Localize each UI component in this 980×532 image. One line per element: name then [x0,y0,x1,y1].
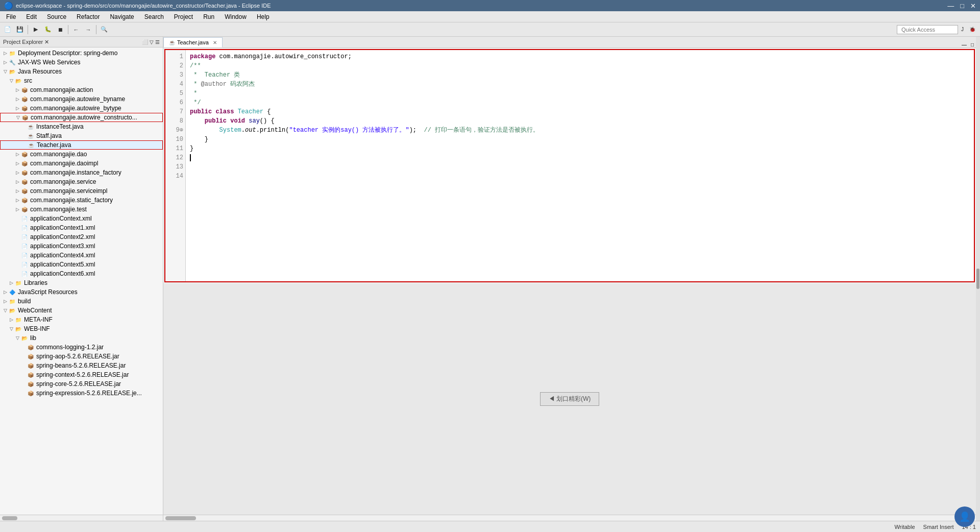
tree-item-com-action[interactable]: ▷ 📦 com.manongajie.action [0,85,163,94]
src-icon: 📂 [14,77,22,85]
line-numbers: 1 2 3 4 5 6 7 8 9⊕ 10 11 12 13 14 [165,50,186,281]
close-button[interactable]: ✕ [970,2,976,10]
menu-navigate[interactable]: Navigate [106,12,138,21]
tree-item-appctx4[interactable]: 📄 applicationContext4.xml [0,251,163,260]
code-line-2: /** [190,61,970,70]
tree-item-build[interactable]: ▷ 📁 build [0,297,163,306]
tree-item-com-test[interactable]: ▷ 📦 com.manongajie.test [0,205,163,214]
tree-item-web-inf[interactable]: ▽ 📂 WEB-INF [0,324,163,333]
right-scrollbar[interactable] [976,37,980,521]
folder-icon: 📁 [8,49,16,57]
toolbar-save[interactable]: 💾 [14,24,26,35]
horizontal-scrollbar[interactable] [163,515,976,521]
xml-icon: 📄 [20,224,29,232]
menu-project[interactable]: Project [170,12,197,21]
statusbar: Writable Smart Insert 14 : 1 [0,521,980,532]
toolbar-new[interactable]: 📄 [2,24,13,35]
tab-teacher-java[interactable]: ☕ Teacher.java ✕ [163,37,223,47]
package-icon: 📦 [20,104,29,112]
tree-item-appctx1[interactable]: 📄 applicationContext1.xml [0,223,163,232]
line-num-4: 4 [167,80,183,89]
toolbar-run[interactable]: ▶ [30,24,41,35]
tree-item-com-instance-factory[interactable]: ▷ 📦 com.manongajie.instance_factory [0,168,163,177]
editor-maximize-icon[interactable]: □ [969,42,976,47]
line-num-8: 8 [167,116,183,126]
tree-item-appctx3[interactable]: 📄 applicationContext3.xml [0,241,163,251]
sidebar-horizontal-scrollbar[interactable] [0,515,163,521]
user-avatar[interactable]: 👤 [954,506,975,527]
folder-icon: 📂 [20,334,29,342]
tree-item-src[interactable]: ▽ 📂 src [0,76,163,85]
tree-label: applicationContext6.xml [30,270,95,277]
menu-window[interactable]: Window [220,12,251,21]
menu-source[interactable]: Source [43,12,70,21]
tree-item-deployment[interactable]: ▷ 📁 Deployment Descriptor: spring-demo [0,49,163,58]
package-icon: 📦 [20,159,29,167]
status-writable: Writable [894,524,915,530]
tree-item-com-service[interactable]: ▷ 📦 com.manongajie.service [0,177,163,186]
tree-item-appctx[interactable]: 📄 applicationContext.xml [0,214,163,223]
quick-access-input[interactable] [897,25,958,34]
maximize-button[interactable]: □ [960,2,964,10]
code-content[interactable]: package com.manongajie.autowire_construc… [186,50,974,281]
tree-item-context[interactable]: 📦 spring-context-5.2.6.RELEASE.jar [0,370,163,379]
tree-label: Libraries [24,279,47,286]
tree-item-com-autowire-bytype[interactable]: ▷ 📦 com.manongajie.autowire_bytype [0,104,163,113]
toolbar-back[interactable]: ← [70,24,82,35]
toolbar-perspective-java[interactable]: J [959,24,966,35]
minimize-button[interactable]: — [947,2,954,10]
tree-label: JavaScript Resources [18,288,78,296]
tree-item-core[interactable]: 📦 spring-core-5.2.6.RELEASE.jar [0,379,163,389]
menu-help[interactable]: Help [253,12,274,21]
toolbar-perspective-dbg[interactable]: 🐞 [967,24,978,35]
tree-item-js-resources[interactable]: ▷ 🔷 JavaScript Resources [0,287,163,297]
tree-item-meta-inf[interactable]: ▷ 📁 META-INF [0,315,163,324]
tree-label: InstanceTest.java [36,123,84,130]
tree-item-libraries[interactable]: ▷ 📁 Libraries [0,278,163,287]
tree-item-com-autowire-constructor[interactable]: ▽ 📦 com.manongajie.autowire_constructo..… [0,113,163,122]
menu-run[interactable]: Run [199,12,218,21]
tree-label: spring-expression-5.2.6.RELEASE.je... [36,390,142,397]
editor-minimize-icon[interactable]: — [960,42,969,47]
toolbar-forward[interactable]: → [83,24,94,35]
tree-item-expression[interactable]: 📦 spring-expression-5.2.6.RELEASE.je... [0,389,163,398]
code-editor[interactable]: 1 2 3 4 5 6 7 8 9⊕ 10 11 12 13 14 packag… [164,49,975,282]
project-explorer: Project Explorer ✕ ⬜ ▽ ☰ ▷ 📁 Deployment … [0,37,163,521]
tree-item-com-dao[interactable]: ▷ 📦 com.manongajie.dao [0,150,163,159]
tree-item-com-static-factory[interactable]: ▷ 📦 com.manongajie.static_factory [0,196,163,205]
menu-refactor[interactable]: Refactor [72,12,104,21]
tree-item-com-autowire-byname[interactable]: ▷ 📦 com.manongajie.autowire_byname [0,94,163,104]
toolbar-search[interactable]: 🔍 [99,24,110,35]
empty-area-button[interactable]: ◀ 划口精彩(W) [540,392,600,406]
tree-item-com-daoimpl[interactable]: ▷ 📦 com.manongajie.daoimpl [0,159,163,168]
tree-item-jaxws[interactable]: ▷ 🔧 JAX-WS Web Services [0,58,163,67]
tree-item-appctx6[interactable]: 📄 applicationContext6.xml [0,269,163,278]
tree-item-commons[interactable]: 📦 commons-logging-1.2.jar [0,343,163,352]
tree-item-java-resources[interactable]: ▽ 📂 Java Resources [0,67,163,76]
tab-close[interactable]: ✕ [213,40,217,45]
tree-item-com-serviceimpl[interactable]: ▷ 📦 com.manongajie.serviceimpl [0,186,163,196]
scrollbar-thumb [976,269,979,289]
toolbar-stop[interactable]: ⏹ [55,24,66,35]
toolbar-debug[interactable]: 🐛 [42,24,54,35]
tree-item-staff[interactable]: ☕ Staff.java [0,131,163,140]
tree-item-aop[interactable]: 📦 spring-aop-5.2.6.RELEASE.jar [0,352,163,361]
arrow-icon: ▷ [2,299,8,304]
code-line-11: } [190,135,970,144]
tree-item-instancetest[interactable]: ☕ InstanceTest.java [0,122,163,131]
package-icon: 📦 [20,95,29,103]
tree-item-lib[interactable]: ▽ 📂 lib [0,333,163,343]
code-line-5: * [190,89,970,98]
tree-item-webcontent[interactable]: ▽ 📂 WebContent [0,306,163,315]
tree-item-teacher[interactable]: ☕ Teacher.java [0,140,163,150]
tree-item-appctx2[interactable]: 📄 applicationContext2.xml [0,232,163,241]
tree-item-appctx5[interactable]: 📄 applicationContext5.xml [0,260,163,269]
tree-item-beans[interactable]: 📦 spring-beans-5.2.6.RELEASE.jar [0,361,163,370]
tree-label: com.manongajie.service [30,178,96,185]
tree-label: build [18,298,31,305]
arrow-icon: ▷ [14,96,20,102]
package-icon: 📦 [20,168,29,177]
menu-search[interactable]: Search [140,12,168,21]
menu-file[interactable]: File [2,12,20,21]
menu-edit[interactable]: Edit [22,12,41,21]
